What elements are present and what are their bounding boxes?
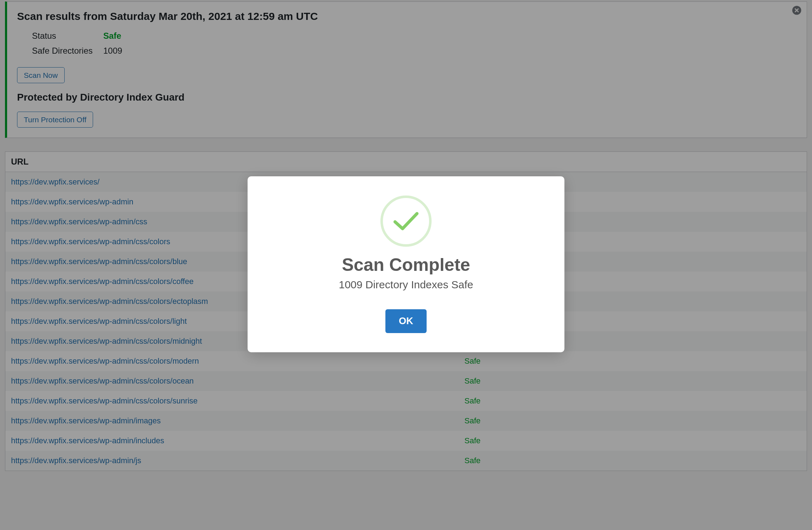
modal-overlay[interactable]: Scan Complete 1009 Directory Indexes Saf… <box>0 0 812 530</box>
ok-button[interactable]: OK <box>385 309 427 333</box>
modal-message: 1009 Directory Indexes Safe <box>262 279 550 291</box>
success-icon <box>380 196 432 247</box>
scan-complete-dialog: Scan Complete 1009 Directory Indexes Saf… <box>248 176 564 352</box>
modal-title: Scan Complete <box>262 255 550 275</box>
